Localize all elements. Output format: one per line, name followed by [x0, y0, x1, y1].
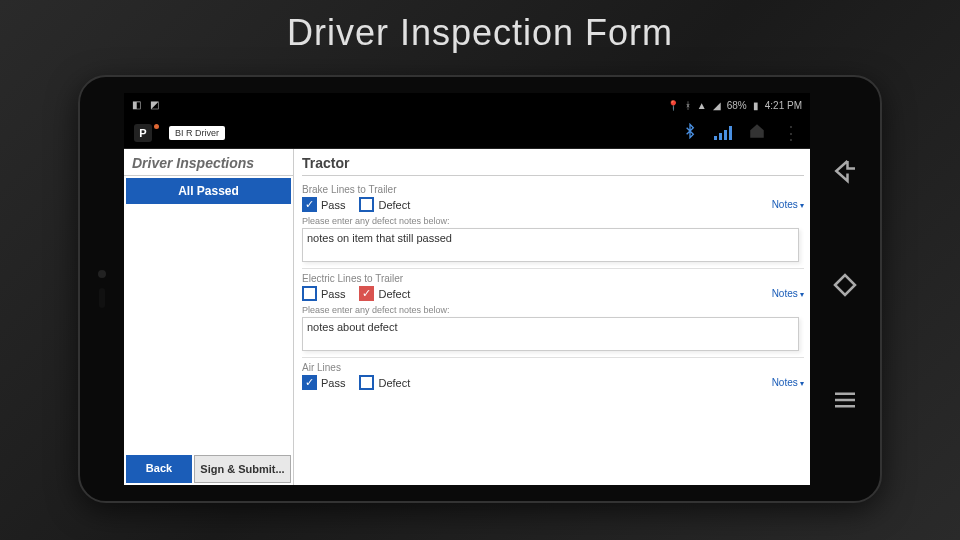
app-logo[interactable]: P [134, 124, 152, 142]
nav-home-icon[interactable] [830, 270, 860, 307]
overflow-menu-icon[interactable]: ⋮ [782, 122, 800, 144]
cell-icon: ◢ [713, 100, 721, 111]
content-area: Driver Inspections All Passed Back Sign … [124, 149, 810, 485]
home-icon[interactable] [748, 122, 766, 144]
notes-prompt: Please enter any defect notes below: [302, 305, 804, 315]
defect-check[interactable]: Defect [359, 197, 410, 212]
checkbox-icon: ✓ [302, 197, 317, 212]
battery-pct: 68% [727, 100, 747, 111]
bezel-left [80, 77, 124, 501]
android-status-bar: ◧ ◩ 📍 ᚼ ▲ ◢ 68% ▮ 4:21 PM [124, 93, 810, 117]
device-nav-bar [810, 77, 880, 501]
item-label: Brake Lines to Trailer [302, 184, 804, 195]
sidebar-title: Driver Inspections [124, 149, 293, 176]
notes-prompt: Please enter any defect notes below: [302, 216, 804, 226]
screen: ◧ ◩ 📍 ᚼ ▲ ◢ 68% ▮ 4:21 PM P BI R Driver [124, 93, 810, 485]
bt-status-icon: ᚼ [685, 100, 691, 111]
checkbox-icon: ✓ [302, 375, 317, 390]
pass-label: Pass [321, 377, 345, 389]
notes-input[interactable]: notes about defect [302, 317, 799, 351]
section-title: Tractor [302, 153, 804, 176]
nav-recents-icon[interactable] [830, 385, 860, 422]
defect-check[interactable]: Defect [359, 375, 410, 390]
notes-toggle[interactable]: Notes [772, 377, 804, 388]
pass-label: Pass [321, 199, 345, 211]
checkbox-icon [359, 197, 374, 212]
nav-back-icon[interactable] [830, 156, 860, 193]
notes-toggle[interactable]: Notes [772, 199, 804, 210]
app-logo-accent [154, 124, 159, 129]
defect-label: Defect [378, 199, 410, 211]
main-panel[interactable]: Tractor Brake Lines to Trailer ✓ Pass [294, 149, 810, 485]
checkbox-icon [359, 375, 374, 390]
clock: 4:21 PM [765, 100, 802, 111]
sign-submit-button[interactable]: Sign & Submit... [194, 455, 291, 483]
back-button[interactable]: Back [126, 455, 192, 483]
pass-check[interactable]: Pass [302, 286, 345, 301]
checkbox-icon [302, 286, 317, 301]
sidebar: Driver Inspections All Passed Back Sign … [124, 149, 294, 485]
app-bar: P BI R Driver ⋮ [124, 117, 810, 149]
checkbox-icon: ✓ [359, 286, 374, 301]
notif-icon-2: ◩ [150, 99, 162, 111]
inspection-item: Electric Lines to Trailer Pass ✓ Defect [302, 269, 804, 358]
pass-check[interactable]: ✓ Pass [302, 197, 345, 212]
location-icon: 📍 [667, 100, 679, 111]
speaker-slot [99, 288, 105, 308]
defect-label: Defect [378, 288, 410, 300]
all-passed-button[interactable]: All Passed [126, 178, 291, 204]
notes-toggle[interactable]: Notes [772, 288, 804, 299]
inspection-item: Air Lines ✓ Pass Defect No [302, 358, 804, 396]
pass-check[interactable]: ✓ Pass [302, 375, 345, 390]
driver-chip[interactable]: BI R Driver [169, 126, 225, 140]
item-label: Air Lines [302, 362, 804, 373]
notif-icon: ◧ [132, 99, 144, 111]
defect-check[interactable]: ✓ Defect [359, 286, 410, 301]
device-frame: ◧ ◩ 📍 ᚼ ▲ ◢ 68% ▮ 4:21 PM P BI R Driver [78, 75, 882, 503]
camera-dot [98, 270, 106, 278]
signal-icon[interactable] [714, 126, 732, 140]
item-label: Electric Lines to Trailer [302, 273, 804, 284]
slide-title: Driver Inspection Form [0, 0, 960, 62]
pass-label: Pass [321, 288, 345, 300]
defect-label: Defect [378, 377, 410, 389]
wifi-icon: ▲ [697, 100, 707, 111]
bluetooth-icon[interactable] [682, 123, 698, 143]
inspection-item: Brake Lines to Trailer ✓ Pass Defect [302, 180, 804, 269]
notes-input[interactable]: notes on item that still passed [302, 228, 799, 262]
battery-icon: ▮ [753, 100, 759, 111]
